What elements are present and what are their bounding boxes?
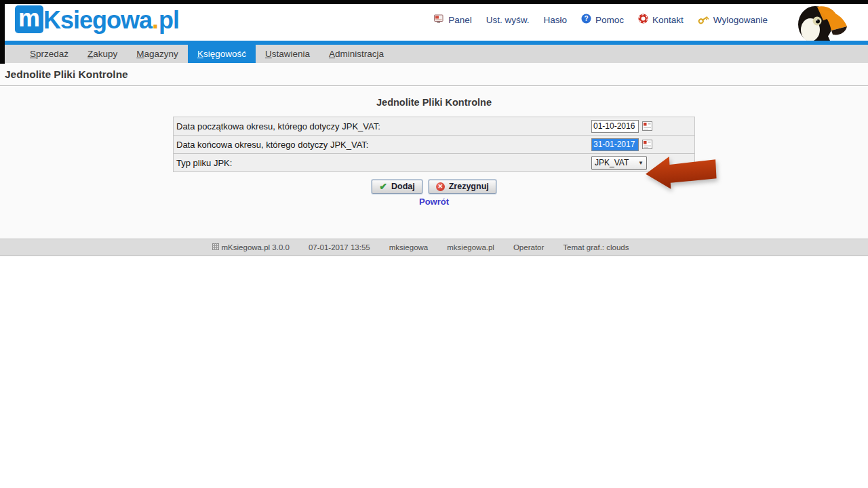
main-content: Jednolite Pliki Kontrolne Data początkow… [0, 87, 868, 239]
form-row-start-date: Data początkowa okresu, którego dotyczy … [174, 117, 694, 136]
calendar-icon[interactable] [642, 121, 652, 131]
chevron-down-icon: ▼ [638, 160, 644, 166]
tab-label: Księgowość [197, 49, 246, 59]
page-title: Jednolite Pliki Kontrolne [5, 68, 128, 81]
menu-label: Pomoc [595, 15, 624, 25]
menu-item-contact[interactable]: Kontakt [638, 14, 684, 26]
footer-datetime: 07-01-2017 13:55 [309, 243, 370, 251]
menu-item-display-settings[interactable]: Ust. wyśw. [486, 15, 530, 25]
top-menu: Panel Ust. wyśw. Hasło ? Pomoc Kontakt W… [433, 0, 768, 39]
footer-status-bar: mKsiegowa.pl 3.0.0 07-01-2017 13:55 mksi… [0, 239, 868, 256]
page-title-bar: Jednolite Pliki Kontrolne [0, 63, 868, 86]
footer-domain: mksiegowa.pl [447, 243, 494, 251]
menu-label: Wylogowanie [713, 15, 768, 25]
start-date-input[interactable] [591, 120, 639, 133]
video-artifact-left [0, 0, 5, 64]
lifebuoy-icon [638, 14, 648, 26]
menu-item-panel[interactable]: Panel [433, 14, 472, 26]
mksiegowa-app-window: m Ksiegowa . pl Panel Ust. wyśw. Hasło ?… [0, 0, 868, 488]
cancel-icon: ✕ [436, 182, 445, 191]
field-label: Data końcowa okresu, którego dotyczy JPK… [174, 140, 591, 150]
menu-label: Hasło [544, 15, 568, 25]
button-label: Zrezygnuj [449, 182, 489, 191]
cancel-button[interactable]: ✕ Zrezygnuj [429, 180, 496, 194]
video-artifact-top [0, 0, 868, 4]
footer-version: mKsiegowa.pl 3.0.0 [212, 243, 290, 251]
menu-label: Kontakt [652, 15, 684, 25]
svg-text:?: ? [584, 15, 588, 22]
field-label: Data początkowa okresu, którego dotyczy … [174, 121, 591, 131]
logo-tld: pl [159, 7, 179, 33]
footer-company: mksiegowa [389, 243, 429, 251]
tab-label: Administracja [329, 49, 384, 59]
header: m Ksiegowa . pl Panel Ust. wyśw. Hasło ?… [0, 0, 868, 41]
footer-theme: Temat graf.: clouds [563, 243, 629, 251]
toucan-mascot [795, 2, 853, 45]
field-value-cell [591, 120, 694, 133]
end-date-input[interactable] [591, 138, 639, 151]
field-label: Typ pliku JPK: [174, 158, 591, 168]
monitor-icon [433, 14, 444, 26]
help-icon: ? [581, 14, 591, 26]
tab-ustawienia[interactable]: Ustawienia [256, 45, 319, 63]
key-icon [698, 14, 709, 26]
footer-text: mKsiegowa.pl 3.0.0 [222, 243, 290, 251]
form-row-jpk-type: Typ pliku JPK: JPK_VAT ▼ [174, 154, 694, 172]
field-value-cell [591, 138, 694, 151]
check-icon: ✔ [379, 182, 387, 191]
button-label: Dodaj [391, 182, 415, 191]
tab-zakupy[interactable]: Zakupy [78, 45, 127, 63]
tab-sprzedaz[interactable]: Sprzedaż [20, 45, 78, 63]
back-link[interactable]: Powrót [0, 197, 868, 207]
menu-label: Panel [448, 15, 472, 25]
footer-user-role: Operator [513, 243, 544, 251]
tab-label: Sprzedaż [30, 49, 68, 59]
main-nav: Sprzedaż Zakupy Magazyny Księgowość Usta… [0, 45, 868, 63]
red-arrow-annotation [644, 151, 719, 193]
jpk-type-select[interactable]: JPK_VAT ▼ [591, 156, 647, 170]
logo-dot: . [152, 7, 159, 33]
tab-administracja[interactable]: Administracja [319, 45, 393, 63]
logo-name: Ksiegowa [43, 7, 152, 33]
menu-item-password[interactable]: Hasło [544, 15, 568, 25]
submit-button[interactable]: ✔ Dodaj [372, 180, 422, 194]
form-row-end-date: Data końcowa okresu, którego dotyczy JPK… [174, 136, 694, 154]
grid-icon [212, 243, 219, 251]
calendar-icon[interactable] [642, 140, 652, 149]
tab-label: Ustawienia [265, 49, 310, 59]
tab-magazyny[interactable]: Magazyny [127, 45, 188, 63]
jpk-form-table: Data początkowa okresu, którego dotyczy … [173, 117, 695, 172]
tab-label: Zakupy [87, 49, 117, 59]
menu-item-help[interactable]: ? Pomoc [581, 14, 624, 26]
menu-label: Ust. wyśw. [486, 15, 530, 25]
form-title: Jednolite Pliki Kontrolne [0, 97, 868, 108]
tab-ksiegowosc[interactable]: Księgowość [188, 45, 256, 63]
tab-label: Magazyny [136, 49, 178, 59]
menu-item-logout[interactable]: Wylogowanie [698, 14, 768, 26]
selected-option: JPK_VAT [595, 158, 629, 167]
form-actions: ✔ Dodaj ✕ Zrezygnuj [0, 180, 868, 194]
logo[interactable]: m Ksiegowa . pl [15, 5, 179, 33]
logo-m-badge: m [15, 5, 43, 33]
